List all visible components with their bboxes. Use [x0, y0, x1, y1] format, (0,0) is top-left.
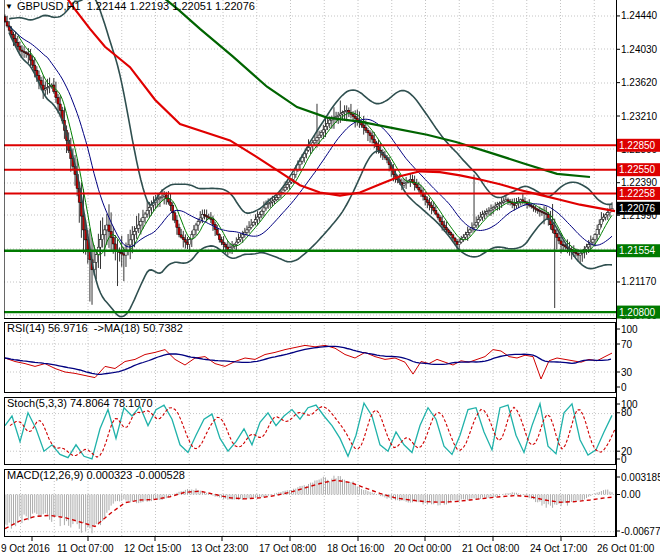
- time-axis[interactable]: 9 Oct 201611 Oct 07:0012 Oct 15:0013 Oct…: [1, 537, 655, 554]
- indicator-axis-label: 100: [621, 324, 638, 335]
- support-price-badge-text: 1.20800: [619, 307, 656, 318]
- symbol-label: GBPUSD,H1: [17, 0, 81, 12]
- indicator-axis-label: 0.003185: [621, 472, 660, 483]
- chart-window: 1.244401.240301.236201.232101.228001.223…: [0, 0, 660, 560]
- indicator-axis-label: 0.00: [621, 489, 641, 500]
- current-price-badge-text: 1.22076: [619, 203, 656, 214]
- chart-header: ▼GBPUSD,H1 1.22144 1.22193 1.22051 1.220…: [5, 0, 255, 24]
- time-axis-label: 18 Oct 16:00: [327, 543, 385, 554]
- price-axis-label: 1.21170: [621, 276, 657, 287]
- macd-histogram: [5, 476, 612, 534]
- rsi-indicator-label: RSI(14) 56.9716 ->MA(18) 50.7382: [7, 322, 183, 334]
- time-axis-label: 9 Oct 2016: [1, 543, 50, 554]
- ohlc-open: 1.22144: [87, 0, 127, 12]
- price-axis-label: 1.22390: [621, 177, 658, 188]
- time-axis-label: 13 Oct 23:00: [191, 543, 249, 554]
- price-axis-label: 1.24030: [621, 44, 658, 55]
- time-axis-label: 21 Oct 08:00: [462, 543, 520, 554]
- indicator-axis-label: 80: [621, 407, 633, 418]
- price-axis-label: 1.24440: [621, 10, 658, 21]
- resistance-price-badge-text: 1.22258: [619, 188, 656, 199]
- indicator-axis-label: 0: [621, 382, 627, 393]
- ohlc-low: 1.22051: [172, 0, 212, 12]
- ohlc-high: 1.22193: [129, 0, 169, 12]
- price-axis[interactable]: 1.244401.240301.236201.232101.228001.223…: [616, 10, 660, 536]
- time-axis-label: 26 Oct 01:00: [597, 543, 655, 554]
- stoch-indicator-label: Stoch(5,3,3) 74.8064 78.1070: [7, 397, 153, 409]
- time-axis-label: 12 Oct 15:00: [124, 543, 182, 554]
- macd-indicator-label: MACD(12,26,9) 0.000323 -0.000528: [7, 469, 185, 481]
- main-price-panel: [4, 0, 616, 318]
- resistance-price-badge-text: 1.22550: [619, 164, 656, 175]
- candles-series: [4, 15, 613, 309]
- indicator-axis-label: 30: [621, 367, 633, 378]
- indicator-axis-label: 70: [621, 339, 633, 350]
- indicator-axis-label: -0.006773: [621, 526, 660, 537]
- price-axis-label: 1.23210: [621, 111, 658, 122]
- time-axis-label: 24 Oct 17:00: [530, 543, 588, 554]
- resistance-price-badge-text: 1.22850: [619, 140, 656, 151]
- indicator-axis-label: 0: [621, 454, 627, 465]
- time-axis-label: 11 Oct 07:00: [57, 543, 114, 554]
- price-axis-label: 1.23620: [621, 77, 658, 88]
- time-axis-label: 17 Oct 08:00: [259, 543, 317, 554]
- time-axis-label: 20 Oct 00:00: [394, 543, 452, 554]
- ohlc-close: 1.22076: [215, 0, 255, 12]
- support-price-badge-text: 1.21554: [619, 245, 656, 256]
- symbol-dropdown-icon[interactable]: ▼: [5, 2, 13, 11]
